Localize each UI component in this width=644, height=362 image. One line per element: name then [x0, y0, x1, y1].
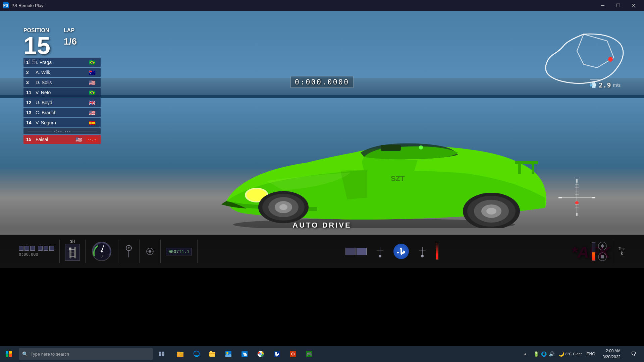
svg-text:0: 0 — [101, 254, 103, 258]
weather-temp: 8°C — [566, 352, 572, 356]
svg-point-18 — [419, 145, 423, 149]
show-hidden-icons-button[interactable]: ▲ — [521, 352, 529, 356]
photos-taskbar-button[interactable] — [221, 346, 236, 362]
hud-right-icons — [597, 241, 607, 262]
list-item: 13 C. Branch 🇺🇸 — [23, 108, 101, 117]
speed-indicator: 💨 2.9 m/s — [589, 81, 621, 89]
task-view-button[interactable] — [154, 346, 170, 362]
svg-rect-66 — [177, 355, 181, 355]
speed-value: 2.9 — [599, 81, 611, 89]
leaderboard-separator: -:--.--- — [23, 128, 101, 134]
window-controls: ─ ☐ ✕ — [595, 0, 641, 11]
list-item: 1 I. Fraga 🇧🇷 — [23, 58, 101, 67]
hud-right-joystick-icon — [416, 245, 429, 258]
game-viewport: SZT POSITION 15 / 15 LAP 1/6 — [0, 11, 644, 268]
weather-icon: 🌙 — [558, 351, 564, 357]
close-button[interactable]: ✕ — [626, 0, 641, 11]
ps-logo-button[interactable] — [393, 244, 409, 259]
svg-rect-58 — [6, 354, 8, 357]
race-car: SZT — [200, 101, 552, 241]
store-taskbar-button[interactable]: 🛍 — [237, 346, 252, 362]
titlebar: PS PS Remote Play ─ ☐ ✕ — [0, 0, 644, 11]
hud-boost-segment — [587, 240, 613, 263]
svg-rect-65 — [177, 354, 180, 354]
player-row: 15 Faisal 🇺🇸 --.- — [23, 135, 101, 144]
ps-remote-taskbar-button[interactable] — [269, 346, 284, 362]
list-item: 14 V. Segura 🇪🇸 — [23, 118, 101, 127]
hud-left-joystick-icon — [373, 245, 387, 258]
hud-mini-timer: 0:00.000 — [19, 252, 54, 257]
weather-desc: Clear — [573, 352, 582, 356]
hud-bottom-bar: 0:00.000 SH — [0, 235, 644, 268]
clock-time: 2:00 AM — [603, 348, 621, 354]
taskbar-search[interactable]: 🔍 Type here to search — [19, 348, 153, 360]
svg-rect-69 — [209, 353, 215, 354]
hud-gear-indicators-right — [436, 243, 438, 260]
svg-text:SZT: SZT — [391, 174, 405, 183]
taskbar-system-tray: ▲ 🔋 🌐 🔊 🌙 8°C Clear ENG 2:00 AM 3/20/202… — [521, 346, 644, 362]
minimize-button[interactable]: ─ — [595, 0, 610, 11]
hud-speedometer-segment: 0 — [86, 240, 118, 263]
notification-button[interactable]: 🗨 — [626, 346, 641, 362]
svg-rect-61 — [162, 352, 164, 354]
weather-widget: 🌙 8°C Clear — [558, 351, 582, 357]
svg-rect-1 — [381, 145, 401, 151]
taskbar-app-icons: 🛍 ⚙ — [172, 346, 317, 362]
notification-icon: 🗨 — [631, 351, 636, 357]
svg-rect-62 — [159, 354, 161, 356]
auto-drive-label: AUTO DRIVE — [292, 221, 351, 230]
svg-point-28 — [575, 201, 579, 204]
leaderboard: 1 I. Fraga 🇧🇷 2 A. Wilk 🇦🇺 3 D. Solis 🇺🇸… — [23, 58, 101, 145]
svg-point-19 — [608, 57, 613, 62]
chrome-taskbar-button[interactable] — [253, 346, 268, 362]
system-tray-icons: 🔋 🌐 🔊 — [531, 351, 557, 357]
hud-track-info: Trac k — [613, 240, 631, 263]
lap-label: LAP — [64, 27, 77, 34]
svg-rect-63 — [162, 354, 164, 356]
car-container: SZT — [107, 87, 644, 241]
hud-gear-segment: SH — [60, 240, 86, 263]
svg-text:🎮: 🎮 — [306, 351, 312, 357]
svg-rect-59 — [9, 354, 12, 357]
explorer-taskbar-button[interactable] — [205, 346, 220, 362]
edge-taskbar-button[interactable] — [189, 346, 204, 362]
taskbar: 🔍 Type here to search — [0, 346, 644, 362]
list-item: 12 U. Boyd 🇬🇧 — [23, 98, 101, 107]
clock-date: 3/20/2022 — [603, 354, 621, 360]
network-icon: 🌐 — [541, 351, 547, 357]
gaming-app-taskbar-button[interactable]: 🎮 — [301, 346, 317, 362]
svg-rect-60 — [159, 352, 161, 354]
search-icon: 🔍 — [22, 351, 28, 357]
list-item: 11 V. Neto 🇧🇷 — [23, 88, 101, 97]
hud-handbrake-segment: P — [118, 240, 140, 263]
position-number: 15 — [23, 34, 50, 58]
svg-text:⚙: ⚙ — [291, 351, 295, 357]
start-button[interactable] — [0, 346, 17, 362]
file-explorer-taskbar-button[interactable] — [172, 346, 188, 362]
svg-point-38 — [101, 250, 103, 252]
svg-text:P: P — [128, 247, 129, 250]
language-indicator: ENG — [585, 352, 597, 356]
svg-point-48 — [379, 255, 381, 257]
hud-center-controls — [198, 243, 587, 260]
svg-rect-70 — [210, 351, 212, 353]
search-placeholder: Type here to search — [31, 352, 69, 357]
gear-label: SH — [70, 240, 75, 243]
antivirus-taskbar-button[interactable]: ⚙ — [285, 346, 301, 362]
steering-cross — [557, 178, 597, 218]
svg-rect-67 — [177, 356, 180, 356]
svg-rect-15 — [518, 161, 521, 174]
system-clock[interactable]: 2:00 AM 3/20/2022 — [599, 348, 625, 360]
svg-rect-68 — [209, 352, 215, 357]
maximize-button[interactable]: ☐ — [610, 0, 626, 11]
svg-rect-16 — [532, 161, 534, 174]
svg-text:🛍: 🛍 — [243, 352, 247, 357]
hud-odometer-segment: 0007T1.1 — [161, 240, 198, 263]
svg-rect-57 — [9, 351, 12, 354]
speed-icon: 💨 — [589, 81, 597, 89]
list-item: 3 D. Solis 🇺🇸 — [23, 78, 101, 87]
svg-point-78 — [260, 353, 261, 355]
svg-rect-56 — [6, 351, 8, 354]
list-item: 2 A. Wilk 🇦🇺 — [23, 68, 101, 77]
svg-rect-55 — [601, 255, 604, 258]
